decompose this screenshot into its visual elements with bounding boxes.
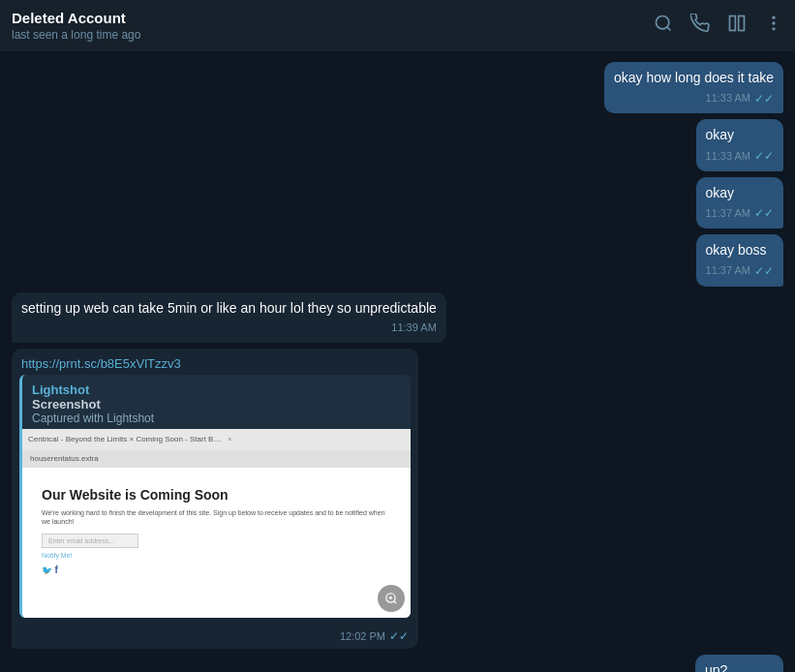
link-card-desc: Captured with Lightshot [32,412,401,425]
svg-point-4 [772,16,775,19]
screenshot-inner: Centrical - Beyond the Limits × Coming S… [22,429,411,618]
more-icon[interactable] [764,14,783,38]
chat-header: Deleted Account last seen a long time ag… [0,0,795,52]
message-text: up? [705,662,727,672]
link-preview-bubble: https://prnt.sc/b8E5xVlTzzv3 Lightshot S… [12,349,418,649]
email-placeholder: Enter email address... [42,534,138,548]
read-receipt-icon: ✓✓ [754,148,774,165]
message-bubble: okay boss 11:37 AM ✓✓ [696,234,783,286]
contact-status: last seen a long time ago [12,28,654,42]
message-text: okay boss [706,242,767,258]
svg-rect-3 [739,16,745,31]
screenshot-preview: Centrical - Beyond the Limits × Coming S… [22,429,411,618]
screenshot-address-bar: houserentatus.extra [22,450,411,468]
message-bubble: okay 11:33 AM ✓✓ [696,119,783,170]
header-actions [654,14,783,38]
message-time: 11:39 AM [391,321,436,335]
screenshot-browser-bar: Centrical - Beyond the Limits × Coming S… [22,429,411,450]
message-time: 11:37 AM [706,263,750,278]
search-icon[interactable] [654,14,673,38]
message-bubble: okay 11:37 AM ✓✓ [696,177,783,229]
message-text: okay how long does it take [614,70,774,85]
screenshot-content: Our Website is Coming Soon We're working… [22,468,411,618]
message-text: okay [706,127,735,142]
message-row: okay 11:33 AM ✓✓ [12,119,783,170]
link-url[interactable]: https://prnt.sc/b8E5xVlTzzv3 [12,349,418,375]
read-receipt-icon: ✓✓ [754,91,774,107]
message-meta: 11:39 AM [21,321,437,335]
message-bubble: okay how long does it take 11:33 AM ✓✓ [604,62,783,113]
message-meta: 11:37 AM ✓✓ [706,263,774,280]
contact-info: Deleted Account last seen a long time ag… [12,10,654,42]
close-tab-icon: × [228,435,232,443]
notify-button: Notify Me! [42,552,73,559]
read-receipt-icon: ✓✓ [754,205,774,222]
message-time: 11:33 AM [706,91,750,106]
address-bar-text: houserentatus.extra [30,454,99,463]
preview-meta: 12:02 PM ✓✓ [12,626,418,649]
link-card: Lightshot Screenshot Captured with Light… [19,375,411,618]
screenshot-tab-label: Centrical - Beyond the Limits × Coming S… [28,435,222,443]
message-bubble: up? 12:02 PM ✓✓ [695,655,783,672]
message-row: okay 11:37 AM ✓✓ [12,177,783,229]
message-text: setting up web can take 5min or like an … [21,300,437,316]
coming-soon-desc: We're working hard to finish the develop… [42,508,391,526]
read-receipt-icon: ✓✓ [389,629,409,643]
message-bubble: setting up web can take 5min or like an … [12,292,446,343]
svg-line-8 [394,600,397,603]
message-meta: 11:37 AM ✓✓ [706,205,774,222]
message-time: 11:33 AM [706,149,750,164]
columns-icon[interactable] [727,14,747,38]
message-row: okay how long does it take 11:33 AM ✓✓ [12,62,783,113]
svg-rect-2 [730,16,736,31]
link-card-header: Lightshot Screenshot Captured with Light… [22,375,411,429]
message-row: up? 12:02 PM ✓✓ [12,655,783,672]
phone-icon[interactable] [690,14,710,38]
message-row: https://prnt.sc/b8E5xVlTzzv3 Lightshot S… [12,349,783,649]
message-row: okay boss 11:37 AM ✓✓ [12,234,783,286]
link-card-title: Lightshot [32,382,401,397]
read-receipt-icon: ✓✓ [754,263,774,280]
zoom-icon [378,585,405,612]
message-time: 11:37 AM [706,206,750,221]
coming-soon-text: Our Website is Coming Soon [42,487,229,503]
svg-point-5 [772,21,775,24]
contact-name: Deleted Account [12,10,654,26]
message-meta: 11:33 AM ✓✓ [614,91,774,107]
social-icons: 🐦 f [42,565,58,575]
chat-area: okay how long does it take 11:33 AM ✓✓ o… [0,52,795,672]
message-time: 12:02 PM [340,630,385,642]
message-meta: 11:33 AM ✓✓ [706,148,774,165]
message-row: setting up web can take 5min or like an … [12,292,783,343]
svg-point-0 [657,16,669,29]
link-card-subtitle: Screenshot [32,397,401,412]
chat-area-wrapper: okay how long does it take 11:33 AM ✓✓ o… [0,52,795,672]
message-text: okay [706,185,735,200]
svg-point-6 [772,27,775,30]
svg-line-1 [667,27,671,31]
